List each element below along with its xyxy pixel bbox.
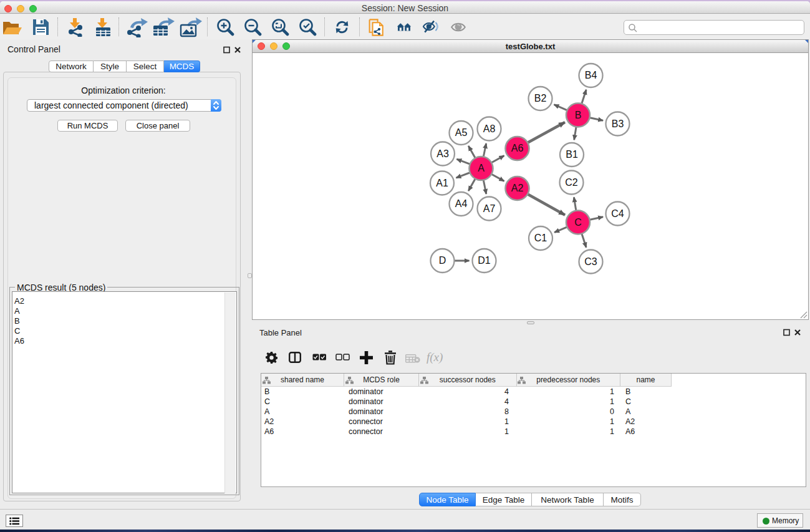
svg-text:A5: A5: [455, 127, 468, 138]
svg-text:C: C: [574, 217, 582, 228]
svg-text:C2: C2: [565, 177, 578, 188]
svg-text:C3: C3: [584, 256, 597, 267]
svg-text:A8: A8: [483, 123, 496, 134]
svg-text:B2: B2: [534, 93, 547, 104]
svg-text:A1: A1: [436, 178, 448, 188]
svg-text:C1: C1: [534, 233, 547, 243]
svg-text:D: D: [439, 255, 446, 266]
svg-text:A4: A4: [455, 198, 468, 209]
svg-text:A2: A2: [511, 183, 524, 193]
svg-text:B: B: [575, 110, 582, 120]
svg-text:A3: A3: [436, 148, 449, 159]
svg-text:C4: C4: [611, 208, 624, 219]
svg-text:B3: B3: [612, 118, 624, 129]
svg-text:A: A: [478, 163, 485, 173]
svg-text:D1: D1: [478, 255, 491, 266]
svg-text:A7: A7: [483, 203, 496, 214]
svg-text:B4: B4: [585, 70, 597, 80]
svg-text:B1: B1: [566, 149, 578, 160]
svg-text:A6: A6: [511, 143, 524, 153]
